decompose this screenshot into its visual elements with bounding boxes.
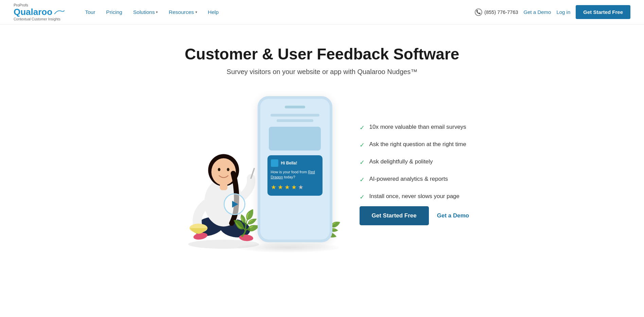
play-triangle-icon — [232, 201, 238, 208]
nav-help[interactable]: Help — [204, 6, 223, 18]
phone-line1 — [271, 114, 319, 117]
nav-tour[interactable]: Tour — [81, 6, 99, 18]
feature-text-3: Ask delightfully & politely — [369, 158, 433, 165]
nav-resources[interactable]: Resources ▾ — [164, 6, 201, 18]
features-cta-area: ✓ 10x more valuable than email surveys ✓… — [360, 124, 475, 225]
check-icon-2: ✓ — [360, 141, 365, 149]
feature-item-2: ✓ Ask the right question at the right ti… — [360, 141, 475, 149]
star-1-icon: ★ — [271, 183, 276, 191]
star-3-icon: ★ — [284, 183, 290, 191]
nav-solutions[interactable]: Solutions ▾ — [129, 6, 162, 18]
feature-item-4: ✓ AI-powered analytics & reports — [360, 176, 475, 183]
features-list: ✓ 10x more valuable than email surveys ✓… — [360, 124, 475, 201]
svg-point-11 — [227, 168, 229, 171]
feature-item-5: ✓ Install once, never slows your page — [360, 193, 475, 201]
hero-get-demo-link[interactable]: Get a Demo — [437, 212, 469, 219]
survey-question: How is your food from Red Dragon today? — [271, 170, 319, 180]
check-icon-1: ✓ — [360, 124, 365, 131]
nav-login-link[interactable]: Log in — [556, 9, 570, 15]
qualaroo-logo[interactable]: Qualaroo — [14, 7, 65, 17]
survey-header: Hi Bella! — [271, 159, 319, 167]
phone-notch — [285, 106, 305, 108]
svg-rect-12 — [220, 183, 227, 190]
nav-links: Tour Pricing Solutions ▾ Resources ▾ Hel… — [81, 6, 475, 18]
hero-content: 🌿 🌿 Hi Bella! How is your food from Red … — [101, 93, 543, 256]
star-4-icon: ★ — [291, 183, 297, 191]
hero-subtitle: Survey visitors on your website or app w… — [227, 68, 417, 76]
survey-avatar-icon — [271, 159, 278, 167]
phone-shadow — [237, 243, 339, 252]
hero-title: Customer & User Feedback Software — [185, 45, 459, 63]
feature-item-3: ✓ Ask delightfully & politely — [360, 158, 475, 166]
navigation: ProProfs Qualaroo Contextual Customer In… — [0, 0, 644, 24]
phone-link[interactable]: 📞 (855) 776-7763 — [475, 8, 518, 16]
survey-greeting: Hi Bella! — [281, 161, 297, 165]
star-2-icon: ★ — [278, 183, 283, 191]
hero-section: Customer & User Feedback Software Survey… — [0, 24, 644, 269]
resources-chevron-icon: ▾ — [195, 10, 197, 14]
check-icon-4: ✓ — [360, 176, 365, 183]
survey-card: Hi Bella! How is your food from Red Drag… — [267, 155, 323, 196]
nav-get-started-button[interactable]: Get Started Free — [576, 5, 630, 19]
check-icon-5: ✓ — [360, 193, 365, 201]
phone-number: (855) 776-7763 — [484, 10, 518, 15]
nav-pricing[interactable]: Pricing — [102, 6, 126, 18]
hero-cta-buttons: Get Started Free Get a Demo — [360, 206, 475, 225]
qualaroo-name: Qualaroo — [14, 7, 52, 17]
survey-restaurant: Red Dragon — [271, 170, 315, 179]
phone-icon: 📞 — [475, 8, 482, 16]
phone-mockup: Hi Bella! How is your food from Red Drag… — [258, 96, 332, 242]
svg-point-10 — [217, 168, 220, 171]
feature-text-5: Install once, never slows your page — [369, 193, 460, 200]
solutions-chevron-icon: ▾ — [156, 10, 158, 14]
survey-stars[interactable]: ★ ★ ★ ★ ★ — [271, 183, 319, 191]
feature-item-1: ✓ 10x more valuable than email surveys — [360, 124, 475, 131]
star-5-icon: ★ — [298, 183, 303, 191]
feature-text-4: AI-powered analytics & reports — [369, 176, 448, 182]
logo-tagline: Contextual Customer Insights — [14, 17, 65, 21]
phone-image-placeholder — [269, 127, 321, 151]
nav-get-demo-link[interactable]: Get a Demo — [524, 9, 551, 15]
hero-illustration: 🌿 🌿 Hi Bella! How is your food from Red … — [169, 93, 346, 256]
nav-right: 📞 (855) 776-7763 Get a Demo Log in Get S… — [475, 5, 630, 19]
logo-area: ProProfs Qualaroo Contextual Customer In… — [14, 3, 65, 21]
hero-get-started-button[interactable]: Get Started Free — [360, 206, 429, 225]
phone-line2 — [277, 119, 313, 122]
qualaroo-swoosh-icon — [54, 9, 65, 16]
check-icon-3: ✓ — [360, 159, 365, 166]
feature-text-2: Ask the right question at the right time — [369, 141, 466, 148]
feature-text-1: 10x more valuable than email surveys — [369, 124, 466, 130]
